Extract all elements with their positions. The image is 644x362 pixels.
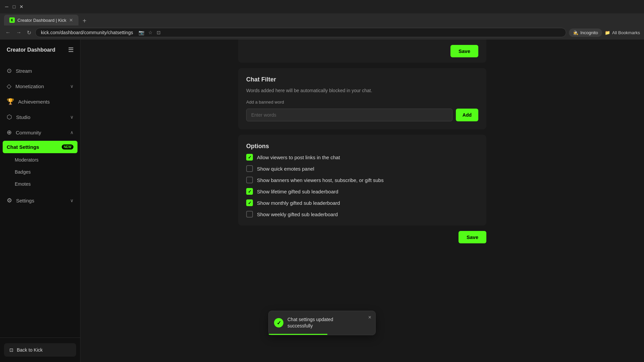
badges-label: Badges xyxy=(15,169,31,175)
options-title: Options xyxy=(246,143,478,150)
checkbox-allow-links-box[interactable] xyxy=(246,154,253,161)
checkbox-quick-emotes[interactable]: Show quick emotes panel xyxy=(246,165,478,172)
tab-bar: K Creator Dashboard | Kick ✕ + xyxy=(0,13,644,25)
minimize-button[interactable]: ─ xyxy=(4,4,9,9)
forward-button[interactable]: → xyxy=(15,28,23,37)
address-bar[interactable]: kick.com/dashboard/community/chatsetting… xyxy=(35,28,566,37)
checkbox-weekly-box[interactable] xyxy=(246,211,253,218)
top-save-card: Save xyxy=(238,40,486,63)
toast-progress-bar xyxy=(269,334,327,335)
tab-title: Creator Dashboard | Kick xyxy=(17,18,66,23)
sidebar-item-settings[interactable]: ⚙ Settings ∨ xyxy=(0,193,80,208)
sidebar-monetization-label: Monetization xyxy=(15,83,66,89)
sidebar-settings-label: Settings xyxy=(16,198,66,203)
chat-filter-section: Chat Filter Words added here will be aut… xyxy=(238,68,486,129)
maximize-button[interactable]: □ xyxy=(11,4,17,9)
options-save-row: Save xyxy=(238,231,486,243)
sidebar-menu-icon[interactable]: ☰ xyxy=(68,46,73,54)
toast-close-button[interactable]: × xyxy=(368,314,371,320)
stream-icon: ⊙ xyxy=(7,67,12,74)
options-save-button[interactable]: Save xyxy=(459,231,486,243)
url-text: kick.com/dashboard/community/chatsetting… xyxy=(41,30,133,35)
checkbox-quick-emotes-box[interactable] xyxy=(246,165,253,172)
device-icon[interactable]: ⊡ xyxy=(157,30,161,35)
sidebar-footer: ⊡ Back to Kick xyxy=(0,338,80,362)
community-chevron-icon: ∧ xyxy=(70,130,73,135)
checkbox-banners-box[interactable] xyxy=(246,177,253,183)
bookmarks-area: 📁 All Bookmarks xyxy=(605,30,640,35)
window-controls: ─ □ ✕ xyxy=(4,4,24,9)
sidebar-item-chat-settings[interactable]: Chat Settings NEW xyxy=(3,141,77,153)
star-icon[interactable]: ☆ xyxy=(148,30,153,35)
back-button[interactable]: ← xyxy=(4,28,12,37)
checkbox-weekly-leaderboard[interactable]: Show weekly gifted sub leaderboard xyxy=(246,211,478,218)
checkbox-banners-label: Show banners when viewers host, subscrib… xyxy=(257,177,384,183)
options-section: Options Allow viewers to post links in t… xyxy=(238,135,486,226)
settings-chevron-icon: ∨ xyxy=(70,198,73,203)
chat-filter-desc: Words added here will be automatically b… xyxy=(246,87,478,94)
sidebar-achievements-label: Achievements xyxy=(18,99,73,105)
checkbox-lifetime-leaderboard[interactable]: Show lifetime gifted sub leaderboard xyxy=(246,188,478,195)
sidebar-title: Creator Dashboard xyxy=(7,47,55,53)
browser-chrome: ─ □ ✕ K Creator Dashboard | Kick ✕ + ← →… xyxy=(0,0,644,40)
toast-line2: successfully xyxy=(287,323,313,328)
back-to-kick-button[interactable]: ⊡ Back to Kick xyxy=(4,343,76,357)
new-badge: NEW xyxy=(62,144,73,149)
checkbox-allow-links[interactable]: Allow viewers to post links in the chat xyxy=(246,154,478,161)
sidebar-item-community[interactable]: ⊕ Community ∧ xyxy=(0,125,80,140)
back-icon: ⊡ xyxy=(9,347,13,353)
sidebar-studio-label: Studio xyxy=(16,114,66,120)
sidebar-community-label: Community xyxy=(16,130,66,135)
toast: ✓ Chat settings updated successfully × xyxy=(268,311,376,335)
moderators-label: Moderators xyxy=(15,157,39,163)
monetization-icon: ◇ xyxy=(7,82,11,90)
sidebar-item-achievements[interactable]: 🏆 Achievements xyxy=(0,94,80,109)
sidebar-item-monetization[interactable]: ◇ Monetization ∨ xyxy=(0,78,80,94)
sidebar-item-badges[interactable]: Badges xyxy=(0,166,80,178)
sidebar-item-emotes[interactable]: Emotes xyxy=(0,178,80,190)
studio-icon: ⬡ xyxy=(7,113,12,121)
checkbox-monthly-label: Show monthly gifted sub leaderboard xyxy=(257,200,340,206)
content-area: Save Chat Filter Words added here will b… xyxy=(231,40,493,257)
community-icon: ⊕ xyxy=(7,129,12,136)
new-tab-button[interactable]: + xyxy=(80,16,89,25)
add-word-button[interactable]: Add xyxy=(456,109,478,121)
emotes-label: Emotes xyxy=(15,181,31,187)
checkbox-quick-emotes-label: Show quick emotes panel xyxy=(257,166,314,172)
address-bar-icons: 📷 ☆ ⊡ xyxy=(139,30,161,35)
settings-icon: ⚙ xyxy=(7,197,12,204)
checkbox-monthly-box[interactable] xyxy=(246,199,253,206)
achievements-icon: 🏆 xyxy=(7,98,14,105)
incognito-icon: 🕵 xyxy=(573,30,578,35)
checkbox-list: Allow viewers to post links in the chat … xyxy=(246,154,478,218)
sidebar-stream-label: Stream xyxy=(16,68,73,74)
add-banned-word-label: Add a banned word xyxy=(246,100,478,105)
sidebar-item-moderators[interactable]: Moderators xyxy=(0,154,80,166)
tab-close-button[interactable]: ✕ xyxy=(69,17,73,23)
banned-word-input-row: Add xyxy=(246,109,478,121)
sidebar: Creator Dashboard ☰ ⊙ Stream ◇ Monetizat… xyxy=(0,40,80,362)
monetization-chevron-icon: ∨ xyxy=(70,83,73,89)
bookmarks-label: All Bookmarks xyxy=(612,30,640,35)
incognito-label: Incognito xyxy=(580,30,598,35)
top-save-button[interactable]: Save xyxy=(450,45,478,57)
address-bar-row: ← → ↻ kick.com/dashboard/community/chats… xyxy=(0,25,644,40)
close-button[interactable]: ✕ xyxy=(19,4,24,9)
toast-text: Chat settings updated successfully xyxy=(287,316,333,329)
checkbox-allow-links-label: Allow viewers to post links in the chat xyxy=(257,155,340,160)
title-bar: ─ □ ✕ xyxy=(0,0,644,13)
incognito-button[interactable]: 🕵 Incognito xyxy=(569,28,602,37)
banned-word-input[interactable] xyxy=(246,109,452,121)
toast-container: ✓ Chat settings updated successfully × xyxy=(268,311,376,335)
checkbox-monthly-leaderboard[interactable]: Show monthly gifted sub leaderboard xyxy=(246,199,478,206)
toast-line1: Chat settings updated xyxy=(287,317,333,322)
bookmarks-folder-icon: 📁 xyxy=(605,30,610,35)
checkbox-lifetime-box[interactable] xyxy=(246,188,253,195)
active-tab[interactable]: K Creator Dashboard | Kick ✕ xyxy=(4,15,78,25)
sidebar-item-stream[interactable]: ⊙ Stream xyxy=(0,63,80,78)
reload-button[interactable]: ↻ xyxy=(25,28,33,37)
toast-success-icon: ✓ xyxy=(274,318,283,327)
tab-favicon: K xyxy=(9,17,15,23)
checkbox-banners[interactable]: Show banners when viewers host, subscrib… xyxy=(246,177,478,183)
sidebar-item-studio[interactable]: ⬡ Studio ∨ xyxy=(0,109,80,125)
